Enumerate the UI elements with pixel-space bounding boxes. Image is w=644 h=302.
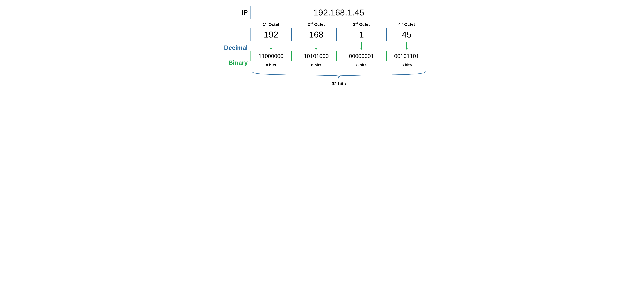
octet-3-header: 3rd Octet bbox=[353, 22, 370, 27]
octet-2-binary: 10101000 bbox=[296, 51, 337, 61]
octet-3-word: Octet bbox=[359, 22, 370, 27]
decimal-label: Decimal bbox=[217, 38, 250, 51]
down-arrow-icon bbox=[316, 42, 316, 49]
down-arrow-icon bbox=[406, 42, 407, 49]
octet-2-word: Octet bbox=[314, 22, 325, 27]
octet-2-suffix: nd bbox=[310, 22, 313, 25]
arrow-3-space bbox=[341, 41, 382, 51]
octet-3-bits: 8 bits bbox=[356, 63, 366, 67]
arrow-2-space bbox=[296, 41, 337, 51]
arrow-4-space bbox=[386, 41, 427, 51]
down-arrow-icon bbox=[271, 42, 271, 49]
octet-1-word: Octet bbox=[268, 22, 279, 27]
ip-address-box: 192.168.1.45 bbox=[250, 6, 427, 19]
octet-3-ordinal: 3 bbox=[353, 22, 355, 27]
octet-1-bits: 8 bits bbox=[266, 63, 276, 67]
octet-3-col: 3rd Octet 1 00000001 8 bits bbox=[341, 22, 382, 67]
decimal-content: 1st Octet 192 11000000 8 bits 2nd Octet … bbox=[250, 22, 427, 67]
octet-4-ordinal: 4 bbox=[398, 22, 401, 27]
octet-4-col: 4th Octet 45 00101101 8 bits bbox=[386, 22, 427, 67]
octet-4-binary: 00101101 bbox=[386, 51, 427, 61]
down-arrow-icon bbox=[361, 42, 362, 49]
brace-icon bbox=[250, 70, 427, 80]
octet-4-bits: 8 bits bbox=[402, 63, 412, 67]
octet-1-binary: 11000000 bbox=[250, 51, 292, 61]
octet-4-decimal: 45 bbox=[386, 28, 427, 41]
ip-content: 192.168.1.45 bbox=[250, 6, 427, 19]
octet-1-header: 1st Octet bbox=[263, 22, 279, 27]
binary-label: Binary bbox=[217, 59, 250, 66]
ip-diagram: IP 192.168.1.45 Decimal 1st Octet 192 11… bbox=[217, 6, 427, 86]
octet-4-word: Octet bbox=[404, 22, 415, 27]
octet-3-binary: 00000001 bbox=[341, 51, 382, 61]
octet-1-col: 1st Octet 192 11000000 8 bits bbox=[250, 22, 292, 67]
octet-3-suffix: rd bbox=[355, 22, 358, 25]
octet-2-decimal: 168 bbox=[296, 28, 337, 41]
ip-row: IP 192.168.1.45 bbox=[217, 6, 427, 19]
octet-1-decimal: 192 bbox=[250, 28, 292, 41]
octet-4-suffix: th bbox=[401, 22, 403, 25]
octet-4-header: 4th Octet bbox=[398, 22, 415, 27]
total-bits-label: 32 bits bbox=[250, 81, 427, 86]
ip-label: IP bbox=[217, 9, 250, 16]
octet-2-bits: 8 bits bbox=[311, 63, 321, 67]
arrow-1-space bbox=[250, 41, 292, 51]
octet-2-header: 2nd Octet bbox=[308, 22, 325, 27]
brace-section: 32 bits bbox=[250, 70, 427, 86]
octet-1-ordinal: 1 bbox=[263, 22, 265, 27]
octet-2-ordinal: 2 bbox=[308, 22, 310, 27]
octet-3-decimal: 1 bbox=[341, 28, 382, 41]
octet-2-col: 2nd Octet 168 10101000 8 bits bbox=[296, 22, 337, 67]
octet-1-suffix: st bbox=[265, 22, 267, 25]
